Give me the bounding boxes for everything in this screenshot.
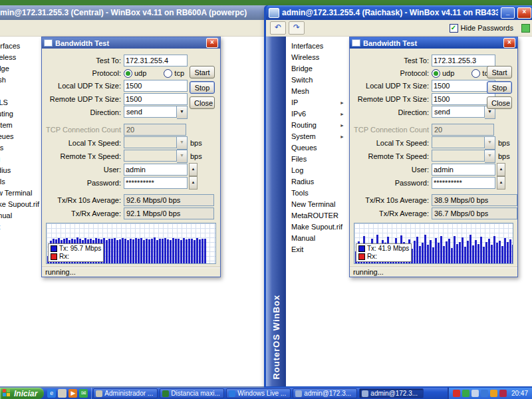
taskbar-button[interactable]: admin@172.3... xyxy=(359,388,424,398)
close-icon[interactable]: × xyxy=(206,38,218,48)
local-speed-select: ▼ xyxy=(124,136,188,150)
stop-button[interactable]: Stop xyxy=(487,81,512,94)
sidebar-item-log[interactable]: Log xyxy=(286,165,350,176)
sidebar-item-ipv6[interactable]: IPv6► xyxy=(286,108,350,120)
sidebar-item-radius[interactable]: Radius xyxy=(286,176,350,188)
tcp-radio[interactable] xyxy=(471,69,480,78)
sidebar-item-mesh[interactable]: Mesh xyxy=(0,74,47,86)
chevron-up-icon[interactable]: ▲ xyxy=(189,163,198,176)
sidebar-item-system[interactable]: System xyxy=(0,120,47,131)
close-button[interactable]: Close xyxy=(190,96,215,109)
chevron-up-icon[interactable]: ▲ xyxy=(497,163,505,176)
sidebar-item-tools[interactable]: Tools xyxy=(286,188,350,199)
show-desktop-icon[interactable] xyxy=(58,389,66,398)
sidebar-item-wireless[interactable]: Wireless xyxy=(0,52,47,63)
chevron-down-icon[interactable]: ▼ xyxy=(177,106,188,119)
sidebar-item-queues[interactable]: Queues xyxy=(286,142,350,154)
tcp-label: tcp xyxy=(174,69,184,77)
sidebar-item-radius[interactable]: Radius xyxy=(0,165,47,176)
sidebar-item-files[interactable]: Files xyxy=(0,142,47,154)
direction-select[interactable]: send ▼ xyxy=(124,106,188,119)
tcp-radio[interactable] xyxy=(164,69,172,78)
messenger-tray-icon[interactable] xyxy=(462,390,469,397)
remote-udp-input[interactable] xyxy=(124,93,188,105)
dialog-titlebar[interactable]: Bandwidth Test × xyxy=(42,37,220,49)
chart-bar xyxy=(480,237,482,263)
minimize-icon[interactable]: _ xyxy=(501,7,515,19)
sidebar-item-manual[interactable]: Manual xyxy=(286,233,350,244)
sidebar-item-manual[interactable]: Manual xyxy=(0,210,47,221)
password-input[interactable] xyxy=(432,177,495,189)
sidebar-item-make-supout-rif[interactable]: Make Supout.rif xyxy=(0,199,47,210)
local-udp-input[interactable] xyxy=(124,80,188,92)
chart-bar xyxy=(178,239,180,263)
sidebar-item-new-terminal[interactable]: New Terminal xyxy=(0,188,47,199)
sidebar-item-routing[interactable]: Routing► xyxy=(286,120,350,131)
sidebar-item-exit[interactable]: Exit xyxy=(286,244,350,255)
test-to-input[interactable] xyxy=(124,55,188,66)
sidebar-item-wireless[interactable]: Wireless xyxy=(286,52,350,63)
sidebar-item-switch[interactable]: Switch xyxy=(286,74,350,86)
chart-bar xyxy=(438,243,440,263)
sidebar-item-files[interactable]: Files xyxy=(286,154,350,165)
close-icon[interactable]: × xyxy=(503,38,515,48)
user-input[interactable] xyxy=(124,164,188,176)
sidebar-item-bridge[interactable]: Bridge xyxy=(286,63,350,74)
sidebar-item-bridge[interactable]: Bridge xyxy=(0,63,47,74)
sidebar-item-ip[interactable]: IP► xyxy=(286,97,350,108)
udp-radio[interactable] xyxy=(124,69,132,78)
avg-label: Tx/Rx Average: xyxy=(352,209,429,217)
dialog-titlebar[interactable]: Bandwidth Test × xyxy=(350,37,517,49)
local-udp-input[interactable] xyxy=(432,80,495,92)
sidebar-item-make-supout-rif[interactable]: Make Supout.rif xyxy=(286,221,350,233)
password-input[interactable] xyxy=(124,177,188,189)
sidebar-item-metarouter[interactable]: MetaROUTER xyxy=(286,210,350,221)
stop-button[interactable]: Stop xyxy=(190,81,215,94)
sidebar-item-exit[interactable]: Exit xyxy=(0,221,47,233)
taskbar-button[interactable]: Administrador ... xyxy=(93,388,158,398)
sidebar-item-new-terminal[interactable]: New Terminal xyxy=(286,199,350,210)
messenger-icon[interactable]: ✉ xyxy=(79,389,88,398)
volume-icon[interactable] xyxy=(471,390,479,397)
sidebar-item-interfaces[interactable]: Interfaces xyxy=(0,41,47,52)
close-icon[interactable]: × xyxy=(517,7,531,19)
test-to-input[interactable] xyxy=(432,55,495,66)
redo-icon[interactable]: ↷ xyxy=(289,21,305,35)
sidebar-item-ip[interactable]: IP xyxy=(0,86,47,97)
sidebar-item-routing[interactable]: Routing xyxy=(0,108,47,120)
sidebar-item-queues[interactable]: Queues xyxy=(0,131,47,142)
antivirus-icon[interactable] xyxy=(453,390,460,397)
chart-bar xyxy=(201,239,203,263)
network-icon[interactable] xyxy=(481,390,488,397)
avg10-field: 92.6 Mbps/0 bps xyxy=(124,194,214,206)
ie-icon[interactable]: e xyxy=(47,389,56,398)
sidebar-item-log[interactable]: Log xyxy=(0,154,47,165)
taskbar-button[interactable]: Windows Live ... xyxy=(226,388,291,398)
remote-udp-input[interactable] xyxy=(432,93,495,105)
avg10-field: 38.9 Mbps/0 bps xyxy=(432,194,517,206)
sidebar-item-mpls[interactable]: MPLS xyxy=(0,97,47,108)
sidebar-item-mesh[interactable]: Mesh xyxy=(286,86,350,97)
start-button[interactable]: Start xyxy=(190,66,215,78)
taskbar-button[interactable]: Distancia maxi... xyxy=(160,388,224,398)
update-icon[interactable] xyxy=(490,390,497,397)
close-button[interactable]: Close xyxy=(487,96,512,109)
start-button[interactable]: Iniciar xyxy=(0,388,44,399)
chevron-up-icon[interactable]: ▲ xyxy=(497,176,505,190)
hide-passwords-checkbox[interactable]: ✓ xyxy=(450,24,458,33)
sidebar-item-tools[interactable]: Tools xyxy=(0,176,47,188)
chevron-up-icon[interactable]: ▲ xyxy=(189,176,198,190)
taskbar-button[interactable]: admin@172.3... xyxy=(293,388,357,398)
start-button[interactable]: Start xyxy=(487,66,512,78)
sidebar-item-interfaces[interactable]: Interfaces xyxy=(286,41,350,52)
media-player-icon[interactable]: ▶ xyxy=(68,389,77,398)
bps-label: bps xyxy=(190,139,202,147)
udp-radio[interactable] xyxy=(432,69,440,78)
firewall-icon[interactable] xyxy=(499,390,507,397)
undo-icon[interactable]: ↶ xyxy=(270,21,286,35)
sidebar-item-system[interactable]: System► xyxy=(286,131,350,142)
chart-bar xyxy=(507,242,509,263)
user-input[interactable] xyxy=(432,164,495,176)
direction-select[interactable]: send ▼ xyxy=(432,106,495,119)
titlebar[interactable]: admin@172.31.255.4 (Raichask) - WinBox v… xyxy=(266,5,532,20)
